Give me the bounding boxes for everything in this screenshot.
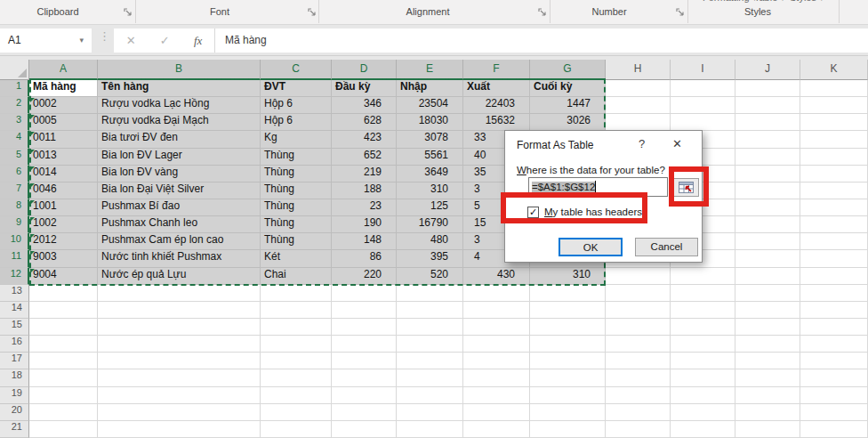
row-header-20[interactable]: 20 — [0, 404, 29, 421]
cell-C8[interactable]: Thùng — [261, 199, 332, 216]
dialog-launcher-icon[interactable] — [123, 7, 133, 18]
cell-E8[interactable]: 125 — [397, 199, 463, 216]
cell-E1[interactable]: Nhập — [397, 80, 463, 97]
row-header-13[interactable]: 13 — [0, 285, 29, 302]
row-header-8[interactable]: 8 — [0, 199, 29, 216]
cell-I18[interactable] — [671, 369, 735, 386]
cell-J2[interactable] — [735, 97, 800, 114]
cell-G18[interactable] — [530, 369, 606, 386]
cell-A9[interactable]: 1002 — [29, 216, 98, 233]
row-header-18[interactable]: 18 — [0, 369, 29, 386]
cell-J4[interactable] — [735, 131, 800, 148]
cell-F14[interactable] — [463, 302, 530, 319]
cell-J8[interactable] — [735, 199, 800, 216]
cell-I1[interactable] — [671, 80, 735, 97]
cell-B3[interactable]: Rượu vodka Đại Mạch — [98, 114, 261, 131]
cell-K17[interactable] — [800, 353, 868, 369]
column-header-C[interactable]: C — [261, 60, 332, 80]
cell-A4[interactable]: 0011 — [29, 131, 98, 148]
cell-F2[interactable]: 22403 — [463, 97, 530, 114]
cell-K14[interactable] — [800, 302, 868, 319]
cell-J6[interactable] — [735, 166, 800, 182]
cell-C15[interactable] — [261, 319, 332, 336]
cell-A8[interactable]: 1001 — [29, 199, 98, 216]
cell-K2[interactable] — [800, 97, 868, 114]
help-icon[interactable]: ? — [639, 137, 645, 150]
cell-A17[interactable] — [29, 353, 98, 369]
cell-F15[interactable] — [463, 319, 530, 336]
conditional-formatting-button[interactable]: Formatting ▾ — [703, 0, 757, 4]
cell-I19[interactable] — [671, 387, 735, 404]
cell-A3[interactable]: 0005 — [29, 114, 98, 131]
cell-D1[interactable]: Đầu kỳ — [332, 80, 397, 97]
cell-E18[interactable] — [397, 369, 463, 386]
cell-E12[interactable]: 520 — [397, 268, 463, 285]
cell-E14[interactable] — [397, 302, 463, 319]
cell-C9[interactable]: Thùng — [261, 216, 332, 233]
cell-D10[interactable]: 148 — [332, 233, 397, 250]
cell-K15[interactable] — [800, 319, 868, 336]
close-icon[interactable]: ✕ — [672, 137, 682, 150]
cell-I14[interactable] — [671, 302, 735, 319]
cell-B10[interactable]: Pushmax Cam ép lon cao — [98, 233, 261, 250]
format-as-table-button[interactable]: Table ▾ — [754, 0, 785, 4]
column-header-B[interactable]: B — [98, 60, 261, 80]
cell-D3[interactable]: 628 — [332, 114, 397, 131]
cell-F17[interactable] — [463, 353, 530, 369]
cell-E4[interactable]: 3078 — [397, 131, 463, 148]
cell-A20[interactable] — [29, 404, 98, 421]
cell-H3[interactable] — [606, 114, 671, 131]
row-header-11[interactable]: 11 — [0, 250, 29, 267]
column-header-E[interactable]: E — [397, 60, 463, 80]
cell-H19[interactable] — [606, 387, 671, 404]
cell-A13[interactable] — [29, 285, 98, 302]
cell-K10[interactable] — [800, 233, 868, 250]
cell-J10[interactable] — [735, 233, 800, 250]
cell-E20[interactable] — [397, 404, 463, 421]
column-header-D[interactable]: D — [332, 60, 397, 80]
cell-A18[interactable] — [29, 369, 98, 386]
cell-C1[interactable]: ĐVT — [261, 80, 332, 97]
cell-D12[interactable]: 220 — [332, 268, 397, 285]
cell-E5[interactable]: 5561 — [397, 149, 463, 166]
cell-K19[interactable] — [800, 387, 868, 404]
cell-D19[interactable] — [332, 387, 397, 404]
insert-function-icon[interactable]: fx — [194, 34, 202, 48]
cell-C4[interactable]: Kg — [261, 131, 332, 148]
cell-D2[interactable]: 346 — [332, 97, 397, 114]
cell-F1[interactable]: Xuất — [463, 80, 530, 97]
cell-K13[interactable] — [800, 285, 868, 302]
cell-K9[interactable] — [800, 216, 868, 233]
cell-C13[interactable] — [261, 285, 332, 302]
cell-G13[interactable] — [530, 285, 606, 302]
cell-E16[interactable] — [397, 336, 463, 353]
row-header-19[interactable]: 19 — [0, 387, 29, 404]
cell-J1[interactable] — [735, 80, 800, 97]
cell-B19[interactable] — [98, 387, 261, 404]
cell-K6[interactable] — [800, 166, 868, 182]
cell-J12[interactable] — [735, 268, 800, 285]
cell-J14[interactable] — [735, 302, 800, 319]
cell-B2[interactable]: Rượu vodka Lạc Hồng — [98, 97, 261, 114]
cell-D21[interactable] — [332, 421, 397, 438]
column-header-H[interactable]: H — [606, 60, 671, 80]
cell-B11[interactable]: Nước tinh khiết Pushmax — [98, 250, 261, 267]
cell-C18[interactable] — [261, 369, 332, 386]
row-header-9[interactable]: 9 — [0, 216, 29, 233]
cell-C11[interactable]: Két — [261, 250, 332, 267]
cell-K11[interactable] — [800, 250, 868, 267]
cell-G1[interactable]: Cuối kỳ — [530, 80, 606, 97]
cell-B21[interactable] — [98, 421, 261, 438]
cell-F3[interactable]: 15632 — [463, 114, 530, 131]
column-header-I[interactable]: I — [671, 60, 735, 80]
cell-C14[interactable] — [261, 302, 332, 319]
cell-F16[interactable] — [463, 336, 530, 353]
cell-J17[interactable] — [735, 353, 800, 369]
cell-E7[interactable]: 310 — [397, 182, 463, 199]
cell-D11[interactable]: 86 — [332, 250, 397, 267]
cell-H13[interactable] — [606, 285, 671, 302]
enter-entry-icon[interactable]: ✓ — [160, 34, 170, 47]
cell-D8[interactable]: 23 — [332, 199, 397, 216]
cell-B6[interactable]: Bia lon ĐV vàng — [98, 166, 261, 182]
cell-G17[interactable] — [530, 353, 606, 369]
